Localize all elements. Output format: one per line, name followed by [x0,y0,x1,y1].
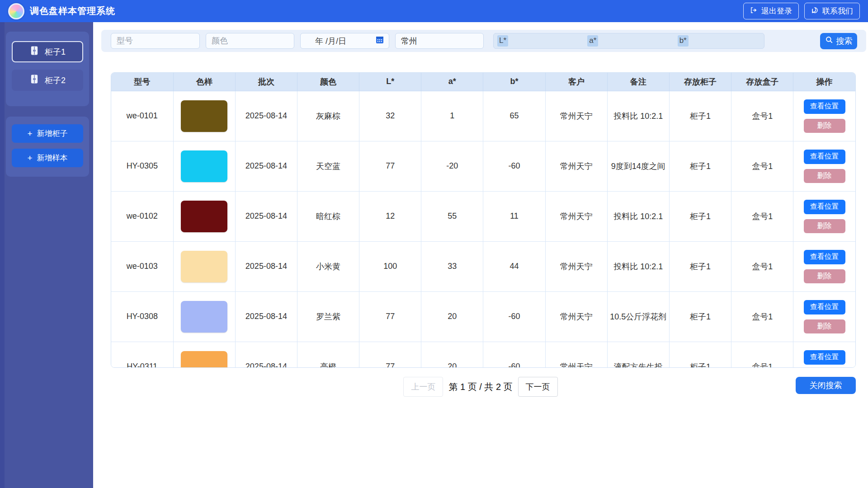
page-status: 第 1 页 / 共 2 页 [448,381,512,393]
view-location-button[interactable]: 查看位置 [804,350,845,365]
col-a: a* [421,73,483,91]
cell-color-name: 暗红棕 [297,191,359,241]
next-page-button[interactable]: 下一页 [518,377,558,397]
col-b: b* [483,73,545,91]
logout-icon [750,6,758,16]
view-location-button[interactable]: 查看位置 [804,250,845,264]
b-value-input[interactable]: b* [674,33,764,48]
cell-b: 11 [483,191,545,241]
search-bar: 年 /月/日 L* a* [101,30,866,52]
sidebar: 柜子1 柜子2 + 新增柜子 + [0,22,93,488]
l-value-input[interactable]: L* [494,33,584,48]
customer-city-input[interactable] [395,33,484,49]
cell-cabinet: 柜子1 [669,191,731,241]
cell-batch: 2025-08-14 [235,342,297,368]
delete-button[interactable]: 删除 [804,319,845,333]
view-location-button[interactable]: 查看位置 [804,150,845,164]
cell-color-name: 罗兰紫 [297,291,359,342]
cell-note: 投料比 10:2.1 [607,91,669,141]
color-swatch [181,150,227,182]
cell-b: 65 [483,91,545,141]
cell-model: we-0101 [111,91,173,141]
lab-values-group: L* a* b* [493,33,764,49]
app-header: 调色盘样本管理系统 退出登录 联系我们 [0,0,868,22]
cell-model: we-0102 [111,191,173,241]
table-row: HY-0311 2025-08-14 亮橙 77 20 -60 常州天宁 液配方… [111,342,855,368]
cell-cabinet: 柜子1 [669,291,731,342]
delete-button[interactable]: 删除 [804,269,845,283]
add-sample-button[interactable]: + 新增样本 [12,149,83,167]
cabinet-icon [29,74,39,86]
cell-b: -60 [483,291,545,342]
search-label: 搜索 [836,36,853,47]
cell-model: we-0103 [111,241,173,291]
table-row: HY-0308 2025-08-14 罗兰紫 77 20 -60 常州天宁 10… [111,291,855,342]
view-location-button[interactable]: 查看位置 [804,200,845,214]
cell-a: 20 [421,291,483,342]
col-actions: 操作 [793,73,855,91]
cell-a: 1 [421,91,483,141]
delete-button[interactable]: 删除 [804,119,845,133]
cell-l: 77 [359,291,421,342]
logout-button[interactable]: 退出登录 [743,3,799,19]
app-logo-icon [8,3,24,19]
col-swatch: 色样 [173,73,235,91]
view-location-button[interactable]: 查看位置 [804,99,845,114]
color-swatch [181,100,227,132]
cell-note: 液配方先生投 [607,342,669,368]
cabinet-list-panel: 柜子1 柜子2 [6,32,89,106]
cell-batch: 2025-08-14 [235,191,297,241]
model-search-input[interactable] [111,33,200,49]
main-content: 年 /月/日 L* a* [93,22,868,488]
date-picker-field[interactable]: 年 /月/日 [300,33,389,49]
cabinet-icon [29,46,39,58]
cell-model: HY-0308 [111,291,173,342]
table-row: we-0103 2025-08-14 小米黄 100 33 44 常州天宁 投料… [111,241,855,291]
cell-batch: 2025-08-14 [235,291,297,342]
a-label: a* [587,35,598,46]
table-header-row: 型号 色样 批次 颜色 L* a* b* 客户 备注 存放柜子 存放盒子 操作 [111,73,855,91]
col-cabinet: 存放柜子 [669,73,731,91]
contact-button[interactable]: 联系我们 [804,3,860,19]
add-cabinet-button[interactable]: + 新增柜子 [12,124,83,143]
cell-note: 投料比 10:2.1 [607,241,669,291]
color-search-input[interactable] [206,33,294,49]
calendar-icon [375,35,384,47]
a-value-input[interactable]: a* [584,33,674,48]
col-box: 存放盒子 [731,73,793,91]
table-row: we-0101 2025-08-14 灰麻棕 32 1 65 常州天宁 投料比 … [111,91,855,141]
cell-a: 33 [421,241,483,291]
close-search-button[interactable]: 关闭搜索 [796,377,856,394]
delete-button[interactable]: 删除 [804,219,845,233]
cell-note: 9度到14度之间 [607,141,669,191]
cell-note: 10.5公斤浮花剂 [607,291,669,342]
samples-table-card: 型号 色样 批次 颜色 L* a* b* 客户 备注 存放柜子 存放盒子 操作 [111,72,856,368]
color-swatch [181,251,227,282]
app-title: 调色盘样本管理系统 [30,5,115,17]
delete-button[interactable]: 删除 [804,169,845,183]
contact-label: 联系我们 [822,6,853,16]
cell-l: 32 [359,91,421,141]
cell-b: -60 [483,141,545,191]
sidebar-item-cabinet-2[interactable]: 柜子2 [12,70,83,91]
cell-color-name: 亮橙 [297,342,359,368]
cell-l: 77 [359,342,421,368]
table-row: we-0102 2025-08-14 暗红棕 12 55 11 常州天宁 投料比… [111,191,855,241]
prev-page-button[interactable]: 上一页 [403,377,443,397]
cell-color-name: 天空蓝 [297,141,359,191]
color-swatch [181,301,227,333]
cell-customer: 常州天宁 [545,241,607,291]
sidebar-item-cabinet-1[interactable]: 柜子1 [12,41,83,62]
view-location-button[interactable]: 查看位置 [804,300,845,314]
cabinet-label: 柜子1 [45,47,66,57]
cell-batch: 2025-08-14 [235,141,297,191]
cell-b: 44 [483,241,545,291]
col-customer: 客户 [545,73,607,91]
cell-a: 55 [421,191,483,241]
cell-cabinet: 柜子1 [669,141,731,191]
add-cabinet-label: 新增柜子 [37,128,68,139]
cell-l: 12 [359,191,421,241]
search-button[interactable]: 搜索 [820,33,857,49]
cell-box: 盒号1 [731,91,793,141]
pagination: 上一页 第 1 页 / 共 2 页 下一页 关闭搜索 [93,377,868,397]
